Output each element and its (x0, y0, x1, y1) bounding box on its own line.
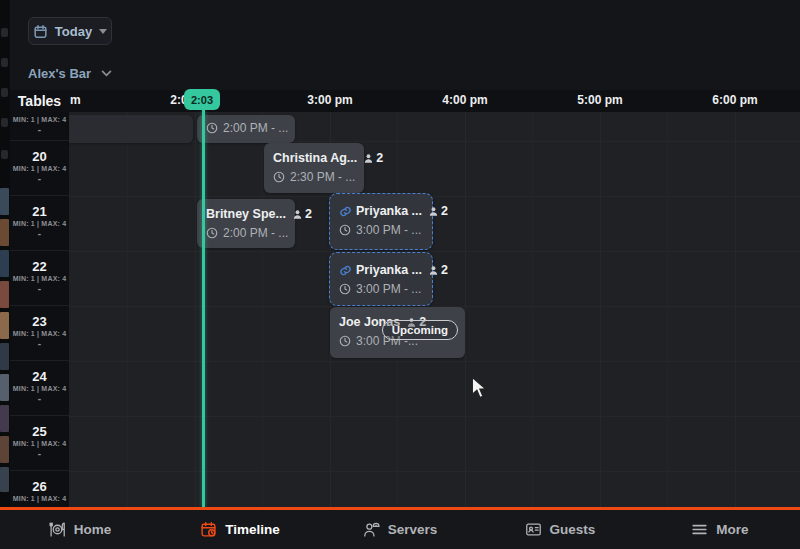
table-min-max: MIN: 1 | MAX: 4 (10, 165, 69, 172)
table-row[interactable]: 24 MIN: 1 | MAX: 4 - (10, 361, 69, 416)
table-min-max: MIN: 1 | MAX: 4 (10, 116, 69, 123)
table-number: 24 (10, 370, 69, 384)
nav-item-timeline[interactable]: Timeline (160, 510, 320, 549)
gridline-half-hour (532, 112, 533, 507)
table-number: 20 (10, 150, 69, 164)
calendar-icon (33, 24, 48, 39)
thumbnail-fragment (0, 405, 9, 432)
clock-icon (206, 227, 218, 239)
clock-icon (339, 335, 351, 347)
guest-name: Priyanka ... (356, 204, 422, 218)
background-page-edge (0, 0, 10, 549)
table-min-max: MIN: 1 | MAX: 4 (10, 440, 69, 447)
party-size: 2 (376, 151, 383, 165)
server-person-icon (363, 521, 380, 538)
table-number: 22 (10, 260, 69, 274)
clock-icon (339, 283, 351, 295)
thumbnail-fragment (0, 188, 9, 215)
person-icon (428, 265, 439, 276)
gridline-hour (465, 112, 466, 507)
thumbnail-fragment (0, 219, 9, 246)
hour-label: 6:00 pm (712, 93, 757, 107)
table-number: 23 (10, 315, 69, 329)
bottom-navigation: Home Timeline Servers (0, 510, 800, 549)
table-row[interactable]: 25 MIN: 1 | MAX: 4 - (10, 416, 69, 471)
venue-selector[interactable]: Alex's Bar (28, 66, 112, 81)
guest-name: Christina Ag... (273, 151, 357, 165)
gridline-row (69, 416, 800, 417)
reservation-card-clipped[interactable] (69, 115, 193, 143)
reservation-card-linked[interactable]: Priyanka ... 2 3:00 PM - ... (329, 193, 433, 250)
table-min-max: MIN: 1 | MAX: 4 (10, 385, 69, 392)
reservation-card[interactable]: Britney Spe... 2 2:00 PM - ... (197, 199, 295, 248)
current-time-line (202, 110, 205, 507)
reservation-time: 3:00 PM - ... (356, 223, 421, 237)
gridline-half-hour (127, 112, 128, 507)
table-row[interactable]: 23 MIN: 1 | MAX: 4 - (10, 306, 69, 361)
party-size: 2 (305, 207, 312, 221)
thumbnail-fragment (0, 374, 9, 401)
table-row[interactable]: 20 MIN: 1 | MAX: 4 - (10, 141, 69, 196)
reservation-card[interactable]: Joe Jonas 2 3:00 PM -... Upcoming (330, 307, 465, 358)
gridline-hour (735, 112, 736, 507)
toolbar: Today Alex's Bar (10, 0, 800, 90)
table-number: 21 (10, 205, 69, 219)
table-row[interactable]: MIN: 1 | MAX: 4 - (10, 112, 69, 141)
nav-label: Timeline (225, 522, 280, 537)
reservation-time: 3:00 PM - ... (356, 282, 421, 296)
nav-item-home[interactable]: Home (0, 510, 160, 549)
reservation-card-linked[interactable]: Priyanka ... 2 3:00 PM - ... (329, 252, 433, 306)
party-size: 2 (441, 204, 448, 218)
reservation-card[interactable]: Christina Ag... 2 2:30 PM - ... (264, 143, 364, 193)
table-row[interactable]: 21 MIN: 1 | MAX: 4 - (10, 196, 69, 251)
calendar-clock-icon (200, 521, 217, 538)
tables-column-header: Tables (10, 90, 69, 112)
person-icon (428, 206, 439, 217)
status-badge: Upcoming (382, 320, 458, 340)
nav-label: Home (74, 522, 112, 537)
thumbnail-fragment (0, 467, 9, 492)
table-dash: - (10, 229, 69, 239)
person-icon (292, 209, 303, 220)
table-min-max: MIN: 1 | MAX: 4 (10, 495, 69, 502)
reservation-timeline-app: Today Alex's Bar Tables m 2:00 pm 3:00 p… (0, 0, 800, 549)
thumbnail-fragment (0, 436, 9, 463)
reservation-time: 2:00 PM - ... (223, 121, 288, 135)
timeline-header: Tables m 2:00 pm 3:00 pm 4:00 pm 5:00 pm… (10, 90, 800, 112)
table-dash: - (10, 339, 69, 349)
nav-item-servers[interactable]: Servers (320, 510, 480, 549)
guest-name: Priyanka ... (356, 263, 422, 277)
hour-label: 5:00 pm (577, 93, 622, 107)
link-icon (339, 205, 352, 218)
menu-icon (691, 521, 708, 538)
table-dash: - (10, 174, 69, 184)
table-dash: - (10, 394, 69, 404)
gridline-half-hour (262, 112, 263, 507)
hour-label-clipped: m (70, 93, 81, 107)
chevron-down-icon (101, 70, 112, 77)
gridline-hour (195, 112, 196, 507)
clock-icon (273, 171, 285, 183)
thumbnail-fragment (0, 250, 9, 277)
gridline-half-hour (667, 112, 668, 507)
party-size: 2 (441, 263, 448, 277)
gridline-row (69, 196, 800, 197)
table-row[interactable]: 22 MIN: 1 | MAX: 4 - (10, 251, 69, 306)
tables-column: MIN: 1 | MAX: 4 - 20 MIN: 1 | MAX: 4 - 2… (10, 112, 69, 507)
nav-label: More (716, 522, 748, 537)
date-picker-button[interactable]: Today (28, 17, 112, 45)
reservation-card[interactable]: 2:00 PM - ... (197, 115, 295, 143)
table-dash: - (10, 284, 69, 294)
table-number: 25 (10, 425, 69, 439)
table-dash: - (10, 125, 69, 135)
nav-item-more[interactable]: More (640, 510, 800, 549)
gridline-row (69, 471, 800, 472)
clock-icon (206, 122, 218, 134)
nav-item-guests[interactable]: Guests (480, 510, 640, 549)
gridline-row (69, 251, 800, 252)
reservation-time: 2:30 PM - ... (290, 170, 355, 184)
current-time-badge[interactable]: 2:03 (184, 89, 220, 110)
nav-label: Servers (388, 522, 438, 537)
thumbnail-fragment (0, 281, 9, 308)
thumbnail-fragment (0, 343, 9, 370)
